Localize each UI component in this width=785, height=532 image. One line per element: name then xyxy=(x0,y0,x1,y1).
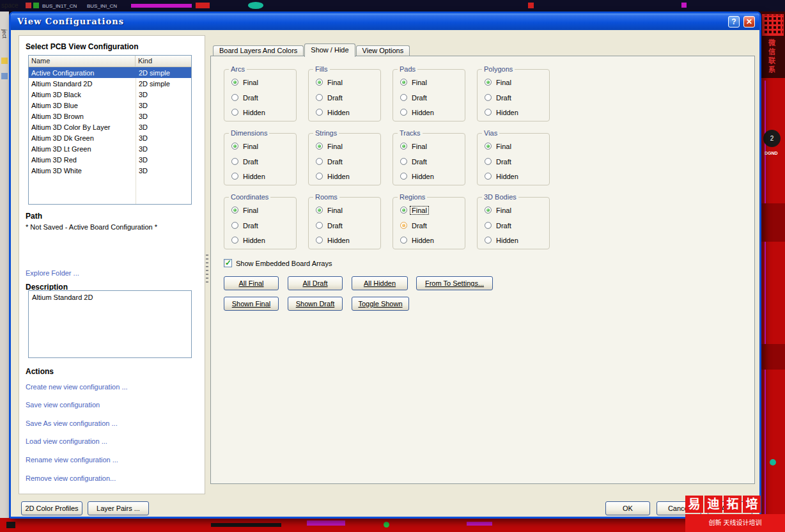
ok-button[interactable]: OK xyxy=(605,501,650,515)
radio-option-final[interactable]: Final xyxy=(400,141,428,151)
table-row[interactable]: Active Configuration2D simple xyxy=(29,67,191,78)
radio-option-hidden[interactable]: Hidden xyxy=(400,235,435,245)
radio-icon xyxy=(400,158,407,165)
tab-view-options[interactable]: View Options xyxy=(356,45,410,56)
radio-icon xyxy=(485,173,492,180)
shown-draft-button[interactable]: Shown Draft xyxy=(288,297,343,311)
radio-option-draft[interactable]: Draft xyxy=(316,221,344,230)
group-arcs: Arcs Final Draft Hidden xyxy=(224,69,297,121)
radio-label: Draft xyxy=(495,158,513,166)
pcb-trace xyxy=(307,520,345,526)
pcb-editor-right-strip: 微 信 联 系 2 DGND xyxy=(761,12,785,532)
radio-option-draft[interactable]: Draft xyxy=(400,157,428,166)
config-name: Altium 3D Brown xyxy=(29,113,136,120)
radio-option-draft[interactable]: Draft xyxy=(485,93,513,102)
radio-option-final[interactable]: Final xyxy=(400,77,428,87)
radio-option-draft[interactable]: Draft xyxy=(400,93,428,102)
all-final-button[interactable]: All Final xyxy=(224,276,279,290)
explore-folder-link[interactable]: Explore Folder ... xyxy=(26,269,79,277)
radio-icon xyxy=(316,109,323,116)
brand-char: 迪 xyxy=(704,496,722,513)
radio-option-hidden[interactable]: Hidden xyxy=(231,235,267,245)
all-draft-button[interactable]: All Draft xyxy=(288,276,343,290)
radio-option-draft[interactable]: Draft xyxy=(400,221,428,230)
tab-board-layers-and-colors[interactable]: Board Layers And Colors xyxy=(213,45,304,56)
layer-pairs-button[interactable]: Layer Pairs ... xyxy=(88,501,149,515)
radio-option-draft[interactable]: Draft xyxy=(231,93,260,102)
radio-option-final[interactable]: Final xyxy=(316,205,344,215)
panel-splitter-handle[interactable] xyxy=(206,254,208,285)
group-coordinates: Coordinates Final Draft Hidden xyxy=(224,197,297,249)
table-row[interactable]: Altium 3D Lt Green3D xyxy=(29,143,191,154)
close-icon[interactable]: ✕ xyxy=(743,16,755,27)
2d-color-profiles-button[interactable]: 2D Color Profiles xyxy=(21,501,82,515)
config-kind: 3D xyxy=(136,156,148,164)
radio-option-final[interactable]: Final xyxy=(316,77,344,87)
radio-option-hidden[interactable]: Hidden xyxy=(485,107,520,117)
toolbar-icon xyxy=(33,3,39,8)
radio-selected-icon xyxy=(400,79,407,86)
toggle-shown-button[interactable]: Toggle Shown xyxy=(352,297,409,311)
radio-option-draft[interactable]: Draft xyxy=(316,93,344,102)
panel-title: Select PCB View Configuration xyxy=(26,42,138,51)
radio-option-hidden[interactable]: Hidden xyxy=(316,235,351,245)
radio-option-hidden[interactable]: Hidden xyxy=(400,171,435,181)
save-configuration-link[interactable]: Save view configuration xyxy=(26,401,100,409)
net-label: BUS_INI_CN xyxy=(87,3,117,9)
shown-final-button[interactable]: Shown Final xyxy=(224,297,279,311)
radio-option-draft[interactable]: Draft xyxy=(485,157,513,166)
table-row[interactable]: Altium 3D Brown3D xyxy=(29,111,191,121)
radio-option-hidden[interactable]: Hidden xyxy=(400,107,435,117)
radio-option-draft[interactable]: Draft xyxy=(316,157,344,166)
radio-option-final[interactable]: Final xyxy=(231,141,260,151)
radio-option-final[interactable]: Final xyxy=(485,77,513,87)
radio-option-final[interactable]: Final xyxy=(485,205,513,215)
radio-label: Draft xyxy=(326,94,344,102)
all-hidden-button[interactable]: All Hidden xyxy=(352,276,408,290)
column-header-name[interactable]: Name xyxy=(29,56,136,66)
workspace-corner-label: space xyxy=(1,2,19,9)
table-row[interactable]: Altium Standard 2D2D simple xyxy=(29,78,191,89)
radio-label: Hidden xyxy=(410,173,435,180)
radio-option-final[interactable]: Final xyxy=(316,141,344,151)
wechat-char: 微 xyxy=(768,38,775,47)
help-icon[interactable]: ? xyxy=(728,16,740,27)
wechat-char: 联 xyxy=(768,56,775,65)
group-title: Rooms xyxy=(313,193,339,201)
radio-option-draft[interactable]: Draft xyxy=(231,221,260,230)
table-row[interactable]: Altium 3D Black3D xyxy=(29,89,191,100)
from-to-settings-button[interactable]: From To Settings... xyxy=(416,276,493,290)
config-name: Altium 3D Blue xyxy=(29,102,136,109)
load-configuration-link[interactable]: Load view configuration ... xyxy=(26,437,107,445)
dialog-titlebar[interactable]: View Configurations ? ✕ xyxy=(11,13,759,30)
radio-option-hidden[interactable]: Hidden xyxy=(485,171,520,181)
description-box[interactable]: Altium Standard 2D xyxy=(28,290,192,358)
radio-option-hidden[interactable]: Hidden xyxy=(231,107,267,117)
radio-icon xyxy=(400,173,407,180)
radio-option-hidden[interactable]: Hidden xyxy=(316,107,351,117)
radio-option-hidden[interactable]: Hidden xyxy=(316,171,351,181)
table-row[interactable]: Altium 3D Blue3D xyxy=(29,100,191,111)
table-row[interactable]: Altium 3D White3D xyxy=(29,165,191,176)
radio-option-final[interactable]: Final xyxy=(231,205,260,215)
table-row[interactable]: Altium 3D Color By Layer3D xyxy=(29,121,191,132)
show-embedded-board-arrays-checkbox[interactable]: Show Embedded Board Arrays xyxy=(224,259,332,267)
create-configuration-link[interactable]: Create new view configuration ... xyxy=(26,383,128,391)
table-row[interactable]: Altium 3D Dk Green3D xyxy=(29,132,191,143)
radio-icon xyxy=(485,158,492,165)
tab-show-hide[interactable]: Show / Hide xyxy=(304,43,355,57)
table-row[interactable]: Altium 3D Red3D xyxy=(29,154,191,165)
wechat-char: 信 xyxy=(768,47,775,56)
radio-option-final[interactable]: Final xyxy=(231,77,260,87)
save-as-configuration-link[interactable]: Save As view configuration ... xyxy=(26,419,118,427)
radio-option-final[interactable]: Final xyxy=(400,205,428,215)
configuration-table[interactable]: Name Kind Active Configuration2D simple … xyxy=(28,55,192,205)
radio-option-hidden[interactable]: Hidden xyxy=(231,171,267,181)
radio-option-hidden[interactable]: Hidden xyxy=(485,235,520,245)
rename-configuration-link[interactable]: Rename view configuration ... xyxy=(26,456,118,464)
radio-option-draft[interactable]: Draft xyxy=(485,221,513,230)
remove-configuration-link[interactable]: Remove view configuration... xyxy=(26,474,116,482)
radio-option-draft[interactable]: Draft xyxy=(231,157,260,166)
radio-option-final[interactable]: Final xyxy=(485,141,513,151)
column-header-kind[interactable]: Kind xyxy=(136,56,152,66)
